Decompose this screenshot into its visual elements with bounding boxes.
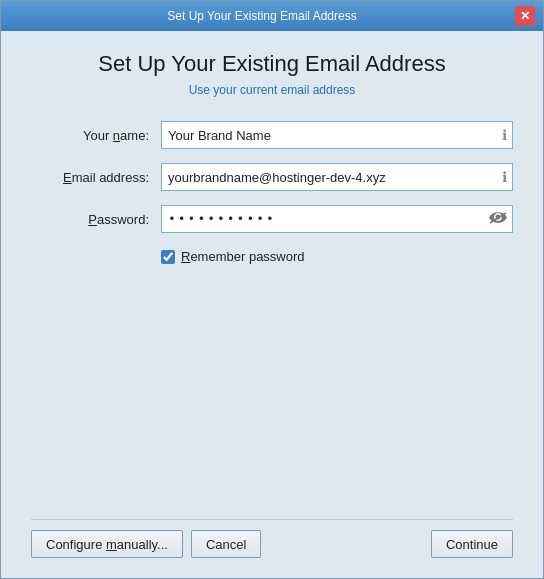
continue-button[interactable]: Continue: [431, 530, 513, 558]
main-title: Set Up Your Existing Email Address: [31, 51, 513, 77]
email-label: Email address:: [31, 170, 161, 185]
email-info-icon[interactable]: ℹ: [502, 169, 507, 185]
cancel-button[interactable]: Cancel: [191, 530, 261, 558]
title-bar: Set Up Your Existing Email Address ✕: [1, 1, 543, 31]
spacer: [31, 264, 513, 519]
password-row: Password:: [31, 205, 513, 233]
content-area: Set Up Your Existing Email Address Use y…: [1, 31, 543, 578]
button-bar: Configure manually... Cancel Continue: [31, 519, 513, 562]
remember-password-checkbox[interactable]: [161, 250, 175, 264]
heading-section: Set Up Your Existing Email Address Use y…: [31, 51, 513, 97]
password-input[interactable]: [161, 205, 513, 233]
password-label: Password:: [31, 212, 161, 227]
email-row: Email address: ℹ: [31, 163, 513, 191]
name-row: Your name: ℹ: [31, 121, 513, 149]
name-input[interactable]: [161, 121, 513, 149]
left-buttons: Configure manually... Cancel: [31, 530, 261, 558]
email-input[interactable]: [161, 163, 513, 191]
remember-password-row: Remember password: [161, 249, 513, 264]
main-window: Set Up Your Existing Email Address ✕ Set…: [0, 0, 544, 579]
name-info-icon[interactable]: ℹ: [502, 127, 507, 143]
password-toggle-icon[interactable]: [489, 210, 507, 228]
name-input-wrapper: ℹ: [161, 121, 513, 149]
password-input-wrapper: [161, 205, 513, 233]
email-input-wrapper: ℹ: [161, 163, 513, 191]
form-section: Your name: ℹ Email address: ℹ: [31, 121, 513, 233]
name-label: Your name:: [31, 128, 161, 143]
close-button[interactable]: ✕: [515, 6, 535, 26]
remember-password-label[interactable]: Remember password: [181, 249, 305, 264]
configure-manually-button[interactable]: Configure manually...: [31, 530, 183, 558]
subtitle: Use your current email address: [31, 83, 513, 97]
title-bar-text: Set Up Your Existing Email Address: [9, 9, 515, 23]
